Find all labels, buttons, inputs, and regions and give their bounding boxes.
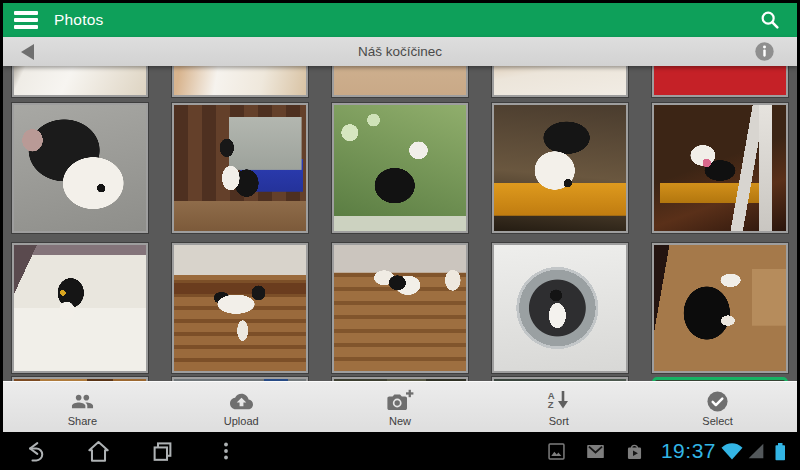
info-button[interactable] — [754, 41, 775, 62]
sort-arrow-down-icon — [556, 389, 570, 412]
photo-thumbnail[interactable] — [172, 243, 308, 373]
search-button[interactable] — [753, 3, 787, 37]
sort-az-icon: A Z — [548, 387, 570, 413]
upload-button[interactable]: Upload — [162, 382, 321, 432]
notification-icons — [546, 441, 645, 462]
grid-row-2 — [3, 103, 797, 233]
album-header-bar: Náš kočíčinec — [3, 37, 797, 66]
bottom-toolbar: Share Upload New — [3, 381, 797, 432]
sort-button[interactable]: A Z Sort — [479, 382, 638, 432]
clock: 19:37 — [661, 439, 716, 463]
photo-thumbnail[interactable] — [652, 243, 788, 373]
signal-icon — [745, 440, 767, 462]
photo-thumbnail[interactable] — [652, 66, 788, 97]
new-button[interactable]: New — [321, 382, 480, 432]
app-title: Photos — [54, 11, 103, 29]
screenshot-icon — [546, 441, 567, 462]
share-people-icon — [69, 390, 96, 413]
photo-thumbnail[interactable] — [12, 243, 148, 373]
home-nav-icon — [85, 438, 112, 465]
album-title: Náš kočíčinec — [3, 44, 797, 59]
grid-row-1 — [3, 66, 797, 97]
app-bar: Photos — [3, 3, 797, 37]
photo-grid — [3, 66, 797, 381]
photo-thumbnail[interactable] — [492, 243, 628, 373]
share-button[interactable]: Share — [3, 382, 162, 432]
upload-label: Upload — [224, 415, 259, 427]
nav-buttons — [20, 437, 240, 465]
system-bar: 19:37 — [0, 432, 800, 470]
play-store-icon — [624, 441, 645, 462]
new-label: New — [389, 415, 411, 427]
photo-thumbnail[interactable] — [12, 66, 148, 97]
check-circle-icon — [706, 390, 729, 413]
nav-home-button[interactable] — [84, 437, 112, 465]
photo-thumbnail[interactable] — [652, 103, 788, 233]
select-button[interactable]: Select — [638, 382, 797, 432]
menu-icon[interactable] — [14, 11, 38, 29]
status-icons — [720, 438, 792, 464]
sort-label: Sort — [549, 415, 569, 427]
photo-thumbnail[interactable] — [172, 103, 308, 233]
photo-thumbnail[interactable] — [172, 66, 308, 97]
photo-thumbnail[interactable] — [492, 66, 628, 97]
photo-thumbnail[interactable] — [12, 103, 148, 233]
search-icon — [759, 9, 781, 31]
nav-recents-button[interactable] — [148, 437, 176, 465]
photo-thumbnail[interactable] — [492, 103, 628, 233]
battery-icon — [768, 438, 792, 464]
info-icon — [754, 41, 775, 62]
recents-nav-icon — [149, 438, 176, 465]
grid-row-3 — [3, 243, 797, 373]
cloud-upload-icon — [228, 390, 255, 413]
photo-thumbnail[interactable] — [332, 66, 468, 97]
nav-menu-button[interactable] — [212, 437, 240, 465]
tablet-screen: Photos Náš kočíčinec — [0, 0, 800, 470]
camera-plus-icon — [386, 389, 414, 413]
select-label: Select — [702, 415, 733, 427]
status-area: 19:37 — [546, 438, 792, 464]
nav-back-button[interactable] — [20, 437, 48, 465]
gmail-icon — [585, 441, 606, 462]
overflow-menu-icon — [214, 439, 238, 463]
wifi-icon — [720, 439, 744, 463]
photo-thumbnail[interactable] — [332, 243, 468, 373]
photo-thumbnail[interactable] — [332, 103, 468, 233]
sort-letter-z: Z — [548, 400, 555, 410]
back-nav-icon — [21, 438, 48, 465]
share-label: Share — [68, 415, 97, 427]
